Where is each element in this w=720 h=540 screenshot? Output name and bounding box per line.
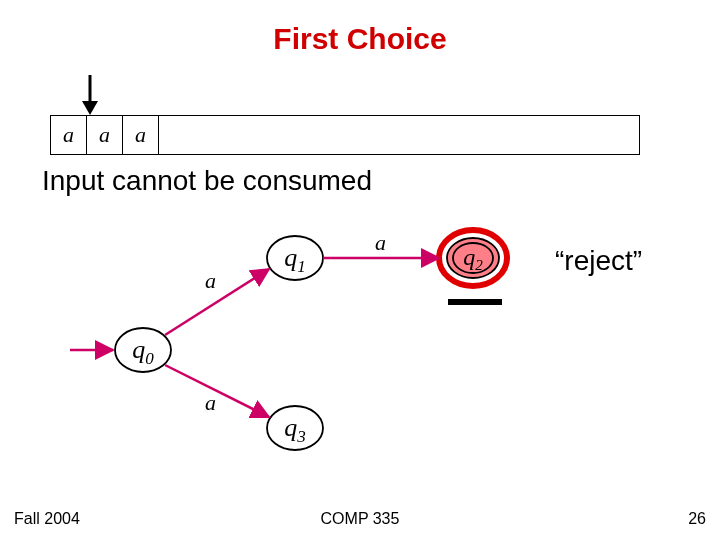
tape-head-arrow [78, 75, 102, 115]
state-q3-sub: 3 [296, 427, 306, 446]
input-tape: a a a [50, 115, 640, 155]
state-q3-label: q [284, 413, 297, 442]
tape-cell: a [123, 116, 159, 154]
svg-line-14 [165, 269, 269, 335]
edge-q0-q1-label: a [205, 268, 216, 293]
state-q2-label: q [463, 244, 475, 270]
svg-line-15 [165, 365, 269, 417]
tape-cell-blank [159, 116, 639, 154]
state-q0-sub: 0 [145, 349, 154, 368]
footer-course: COMP 335 [0, 510, 720, 528]
slide-title: First Choice [0, 22, 720, 56]
automaton-diagram: q0 q1 q3 q2 a a a [70, 210, 550, 470]
state-q0-label: q [132, 335, 145, 364]
state-q1-sub: 1 [297, 257, 306, 276]
edge-q0-q3-label: a [205, 390, 216, 415]
edge-q1-q2-label: a [375, 230, 386, 255]
footer-page-number: 26 [688, 510, 706, 528]
reject-label: “reject” [555, 245, 642, 277]
state-q1-label: q [284, 243, 297, 272]
state-q2-sub: 2 [475, 257, 483, 273]
tape-cell: a [87, 116, 123, 154]
tape-cell: a [51, 116, 87, 154]
slide-subtitle: Input cannot be consumed [42, 165, 372, 197]
svg-marker-1 [82, 101, 98, 115]
